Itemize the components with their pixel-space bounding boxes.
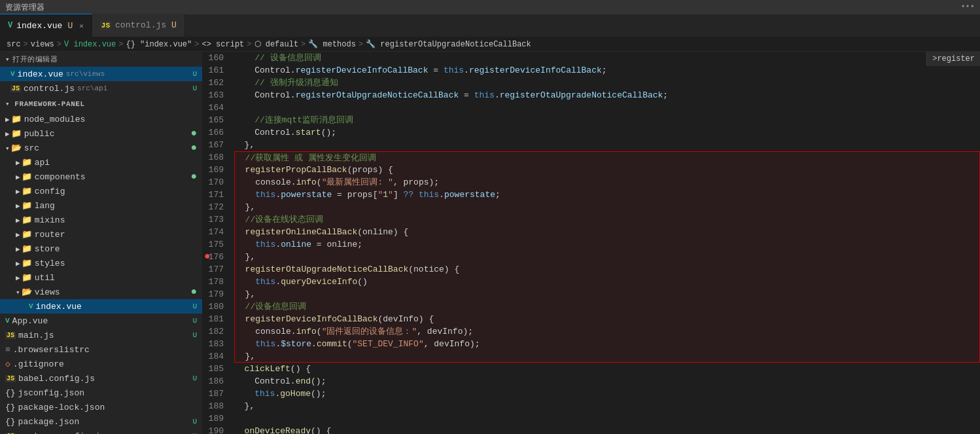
editor-area: > register 16016116216316416516616716816… — [203, 52, 980, 434]
tab-index-vue[interactable]: V index.vue U ✕ — [0, 14, 92, 37]
open-file-name-index: index.vue — [18, 69, 63, 79]
sidebar-item-package-json[interactable]: {} package.json U — [0, 414, 202, 429]
tab-modified-control: U — [171, 20, 177, 30]
code-line-186: Control.end(); — [234, 375, 980, 388]
list-icon: ≡ — [5, 345, 10, 355]
folder-icon-node-modules: 📁 — [11, 114, 22, 124]
code-line-166: Control.start(); — [234, 126, 980, 139]
sidebar-item-app-vue[interactable]: V App.vue U — [0, 314, 202, 328]
sidebar-item-lang[interactable]: ▶ 📁 lang — [0, 198, 202, 213]
bc-src[interactable]: src — [7, 40, 21, 49]
sidebar-item-components[interactable]: ▶ 📁 components ● — [0, 170, 202, 184]
file-label-index-vue: index.vue — [36, 302, 82, 312]
file-label-package-lock: package-lock.json — [18, 403, 105, 412]
code-line-169: registerPropCallBack(props) { — [234, 164, 980, 176]
folder-icon-util: 📁 — [22, 272, 32, 283]
bc-views[interactable]: views — [31, 40, 54, 49]
json-icon-pkglock: {} — [5, 403, 16, 412]
tab-control-js[interactable]: JS control.js U — [92, 14, 185, 37]
bc-default[interactable]: ⬡ default — [254, 39, 299, 49]
code-line-160: // 设备信息回调 — [234, 52, 980, 64]
code-line-180: //设备信息回调 — [234, 300, 980, 313]
title-bar: 资源管理器 ••• — [0, 0, 980, 14]
main-layout: ▾ 打开的编辑器 V index.vue src\views U JS cont… — [0, 52, 980, 434]
components-badge: ● — [190, 171, 197, 183]
bc-methods[interactable]: 🔧 methods — [308, 39, 356, 49]
folder-icon-src: 📂 — [11, 143, 22, 153]
sidebar-item-node-modules[interactable]: ▶ 📁 node_modules — [0, 112, 202, 126]
code-line-177: registerOtaUpgradeNoticeCallBack(notice)… — [234, 263, 980, 276]
folder-icon-styles: 📁 — [22, 258, 32, 268]
open-file-index-vue[interactable]: V index.vue src\views U — [0, 67, 202, 81]
folder-icon-config: 📁 — [22, 186, 32, 196]
json-icon-jsconfig: {} — [5, 388, 16, 398]
sidebar-item-browserslistrc[interactable]: ≡ .browserslistrc — [0, 342, 202, 357]
code-line-184: }, — [234, 350, 980, 363]
framework-panel-title[interactable]: ▾ FRAMEWORK-PANEL — [0, 96, 202, 112]
bc-method-name[interactable]: 🔧 registerOtaUpgradeNoticeCallBack — [366, 39, 531, 49]
sidebar-item-router[interactable]: ▶ 📁 router — [0, 227, 202, 242]
sidebar-item-index-vue[interactable]: V index.vue U — [0, 299, 202, 314]
code-line-182: console.info("固件返回的设备信息：", devInfo); — [234, 325, 980, 338]
file-label-app-vue: App.vue — [12, 316, 48, 326]
sidebar-item-api[interactable]: ▶ 📁 api — [0, 155, 202, 170]
bc-script[interactable]: <> script — [201, 40, 244, 49]
vue-icon-index: V — [29, 302, 33, 310]
sidebar-item-babel[interactable]: JS babel.config.js U — [0, 371, 202, 386]
sidebar-item-views[interactable]: ▾ 📂 views ● — [0, 285, 202, 299]
open-editors-label: 打开的编辑器 — [12, 54, 58, 64]
bc-file[interactable]: V index.vue — [64, 40, 116, 49]
vue-file-icon: V — [10, 70, 15, 78]
tab-label-index: index.vue — [16, 21, 62, 31]
js-icon-babel: JS — [5, 375, 16, 382]
folder-icon-router: 📁 — [22, 229, 32, 240]
code-line-188: }, — [234, 400, 980, 412]
folder-label-config: config — [35, 187, 65, 196]
file-label-package-json: package.json — [18, 417, 80, 427]
sidebar-item-config[interactable]: ▶ 📁 config — [0, 184, 202, 198]
line-numbers: 1601611621631641651661671681691701711721… — [203, 52, 229, 434]
folder-label-components: components — [35, 172, 86, 182]
sidebar-item-postcss[interactable]: JS postcss.config.js U — [0, 429, 202, 434]
folder-label-mixins: mixins — [35, 215, 65, 225]
js-icon-main: JS — [5, 332, 16, 339]
open-file-badge-index: U — [192, 70, 197, 78]
code-container[interactable]: 1601611621631641651661671681691701711721… — [203, 52, 980, 434]
code-line-167: }, — [234, 139, 980, 151]
open-file-badge-control: U — [192, 84, 197, 92]
git-icon: ◇ — [5, 359, 10, 369]
sidebar-item-package-lock[interactable]: {} package-lock.json — [0, 400, 202, 414]
file-label-gitignore: .gitignore — [13, 359, 64, 369]
open-file-name-control: control.js — [24, 84, 75, 94]
open-editors-section[interactable]: ▾ 打开的编辑器 — [0, 52, 202, 67]
open-file-control-js[interactable]: JS control.js src\api U — [0, 81, 202, 96]
sidebar-item-gitignore[interactable]: ◇ .gitignore — [0, 357, 202, 371]
sidebar-item-styles[interactable]: ▶ 📁 styles — [0, 256, 202, 270]
bc-block[interactable]: {} "index.vue" — [126, 40, 192, 49]
file-label-browserslistrc: .browserslistrc — [13, 345, 90, 355]
tab-close-index[interactable]: ✕ — [79, 22, 84, 30]
code-line-175: this.online = online; — [234, 238, 980, 251]
tab-bar: V index.vue U ✕ JS control.js U — [0, 14, 980, 37]
code-line-178: this.queryDeviceInfo() — [234, 276, 980, 288]
code-line-165: //连接mqtt监听消息回调 — [234, 114, 980, 126]
sidebar-item-util[interactable]: ▶ 📁 util — [0, 270, 202, 285]
sidebar-item-jsconfig[interactable]: {} jsconfig.json — [0, 386, 202, 400]
sidebar-item-src[interactable]: ▾ 📂 src ● — [0, 141, 202, 155]
folder-icon-lang: 📁 — [22, 200, 32, 211]
js-icon: JS — [100, 21, 111, 30]
sidebar-item-main-js[interactable]: JS main.js U — [0, 328, 202, 342]
code-line-181: registerDeviceInfoCallBack(devInfo) { — [234, 313, 980, 325]
vue-icon: V — [8, 21, 12, 30]
code-editor[interactable]: // 设备信息回调 Control.registerDeviceInfoCall… — [229, 52, 980, 434]
sidebar-item-mixins[interactable]: ▶ 📁 mixins — [0, 213, 202, 227]
folder-icon-components: 📁 — [22, 172, 32, 182]
tab-label-control: control.js — [115, 20, 166, 30]
sidebar-item-public[interactable]: ▶ 📁 public ● — [0, 126, 202, 141]
file-label-main-js: main.js — [18, 331, 54, 340]
sidebar-item-store[interactable]: ▶ 📁 store — [0, 242, 202, 256]
more-options-icon[interactable]: ••• — [960, 3, 975, 12]
views-badge: ● — [190, 286, 197, 298]
babel-badge: U — [192, 374, 197, 382]
folder-icon-public: 📁 — [11, 128, 22, 139]
